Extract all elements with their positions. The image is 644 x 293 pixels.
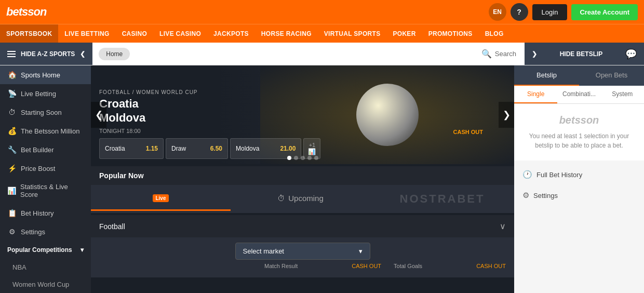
- search-area[interactable]: 🔍 Search: [481, 49, 525, 59]
- full-bet-history-link[interactable]: 🕐 Full Bet History: [522, 167, 636, 182]
- cashout-label: CASH OUT: [453, 129, 483, 135]
- bet-type-single[interactable]: Single: [514, 86, 557, 103]
- hero-dots: [287, 156, 318, 160]
- az-sports-label: HIDE A-Z SPORTS: [21, 50, 75, 58]
- popular-tabs: Live ⏱ Upcoming NOSTRABET: [91, 185, 514, 213]
- football-body: Select market ▾ Match Result CASH OUT To…: [91, 237, 514, 277]
- live-betting-icon: 📡: [7, 89, 17, 98]
- hero-dot-1[interactable]: [287, 156, 291, 160]
- betslip-tab-open-bets[interactable]: Open Bets: [579, 65, 644, 86]
- nav-sportsbook[interactable]: SPORTSBOOK: [0, 24, 58, 43]
- toolbar: HIDE A-Z SPORTS ❮ Home 🔍 Search ❯ HIDE B…: [0, 43, 644, 65]
- login-button[interactable]: Login: [532, 4, 568, 20]
- live-betting-label: Live Betting: [21, 90, 56, 98]
- upcoming-icon: ⏱: [277, 194, 285, 203]
- hero-next-button[interactable]: ❯: [499, 102, 514, 128]
- hero-dot-3[interactable]: [301, 156, 305, 160]
- cashout-label-2: CASH OUT: [476, 263, 506, 269]
- stats-label: Statistics & Live Score: [20, 183, 84, 198]
- sports-nav: SPORTSBOOK LIVE BETTING CASINO LIVE CASI…: [0, 24, 644, 43]
- sidebar-item-bet-history[interactable]: 📋 Bet History: [0, 204, 91, 222]
- nav-casino[interactable]: CASINO: [116, 24, 153, 43]
- odd-team2-value: 21.00: [280, 145, 296, 152]
- nav-jackpots[interactable]: JACKPOTS: [207, 24, 255, 43]
- hero-cashout[interactable]: CASH OUT: [453, 128, 483, 136]
- sidebar-item-starting-soon[interactable]: ⏱ Starting Soon: [0, 103, 91, 122]
- search-label: Search: [495, 50, 516, 58]
- hero-dot-2[interactable]: [294, 156, 298, 160]
- betslip-empty-message: You need at least 1 selection in your be…: [522, 131, 636, 150]
- hero-carousel: ❮ ❯ FOOTBALL / WOMEN WORLD CUP Croatia M…: [91, 65, 514, 164]
- sidebar: 🏠 Sports Home 📡 Live Betting ⏱ Starting …: [0, 65, 91, 293]
- odd-button-draw[interactable]: Draw 6.50: [166, 138, 228, 159]
- settings-link-icon: ⚙: [522, 191, 529, 200]
- create-account-button[interactable]: Create Account: [571, 4, 638, 20]
- bet-type-combination[interactable]: Combinati...: [557, 86, 600, 103]
- search-icon: 🔍: [481, 49, 492, 59]
- bet-builder-label: Bet Builder: [21, 146, 54, 154]
- nav-blog[interactable]: BLOG: [479, 24, 510, 43]
- hero-prev-button[interactable]: ❮: [91, 102, 106, 128]
- select-market-dropdown[interactable]: Select market ▾: [235, 243, 370, 260]
- bet-type-system[interactable]: System: [601, 86, 644, 103]
- odd-draw-value: 6.50: [210, 145, 222, 152]
- popular-competitions-label: Popular Competitions: [7, 246, 72, 254]
- settings-link[interactable]: ⚙ Settings: [522, 188, 636, 203]
- betslip-links: 🕐 Full Bet History ⚙ Settings: [514, 161, 644, 293]
- betslip-empty-state: betsson You need at least 1 selection in…: [514, 104, 644, 161]
- nav-live-casino[interactable]: LIVE CASINO: [153, 24, 207, 43]
- sidebar-item-stats[interactable]: 📊 Statistics & Live Score: [0, 178, 91, 204]
- nav-live-betting[interactable]: LIVE BETTING: [58, 24, 115, 43]
- upcoming-label: Upcoming: [288, 194, 324, 203]
- nostrabet-watermark: NOSTRABET: [370, 185, 514, 213]
- nav-horse-racing[interactable]: HORSE RACING: [255, 24, 318, 43]
- hero-dot-5[interactable]: [314, 156, 318, 160]
- popular-competitions-header[interactable]: Popular Competitions ▾: [0, 241, 91, 259]
- tab-upcoming[interactable]: ⏱ Upcoming: [231, 187, 370, 211]
- starting-soon-icon: ⏱: [7, 108, 17, 116]
- language-button[interactable]: EN: [489, 3, 506, 21]
- nostrabet-text: NOSTRABET: [400, 192, 485, 206]
- price-boost-label: Price Boost: [21, 165, 55, 172]
- odd-button-team1[interactable]: Croatia 1.15: [99, 138, 164, 159]
- home-breadcrumb[interactable]: Home: [99, 48, 130, 60]
- betslip-panel: Betslip Open Bets Single Combinati... Sy…: [514, 65, 644, 293]
- settings-link-label: Settings: [533, 192, 558, 199]
- bet-history-label: Bet History: [21, 209, 54, 217]
- live-badge: Live: [153, 194, 168, 202]
- sidebar-item-live-betting[interactable]: 📡 Live Betting: [0, 84, 91, 103]
- nav-promotions[interactable]: PROMOTIONS: [422, 24, 479, 43]
- sidebar-item-women-world-cup[interactable]: Women World Cup: [0, 276, 91, 293]
- popular-competitions-chevron: ▾: [81, 246, 84, 254]
- sidebar-item-sports-home[interactable]: 🏠 Sports Home: [0, 65, 91, 84]
- hero-dot-4[interactable]: [307, 156, 312, 160]
- football-section: Football ∨ Select market ▾ Match Result …: [91, 215, 514, 277]
- sidebar-item-bet-builder[interactable]: 🔧 Bet Builder: [0, 140, 91, 159]
- starting-soon-label: Starting Soon: [21, 109, 62, 116]
- football-section-header[interactable]: Football ∨: [91, 215, 514, 237]
- hero-competition-tag: FOOTBALL / WOMEN WORLD CUP: [99, 89, 506, 95]
- odd-team1-label: Croatia: [105, 145, 125, 152]
- top-nav: betsson EN ? Login Create Account: [0, 0, 644, 24]
- sidebar-item-betsson-million[interactable]: 💰 The Betsson Million: [0, 122, 91, 140]
- nav-virtual-sports[interactable]: VIRTUAL SPORTS: [318, 24, 387, 43]
- tab-live[interactable]: Live: [91, 187, 231, 211]
- menu-icon: [7, 51, 16, 57]
- settings-label: Settings: [21, 228, 45, 236]
- hide-betslip-label: HIDE BETSLIP: [560, 50, 603, 58]
- az-sports-button[interactable]: HIDE A-Z SPORTS ❮: [0, 43, 92, 65]
- bet-history-icon: 📋: [7, 209, 17, 217]
- popular-now-header: Popular Now: [91, 166, 514, 185]
- full-bet-history-label: Full Bet History: [536, 171, 582, 179]
- sidebar-item-settings[interactable]: ⚙ Settings: [0, 222, 91, 241]
- full-bet-history-icon: 🕐: [522, 170, 532, 179]
- sidebar-item-nba[interactable]: NBA: [0, 259, 91, 276]
- help-button[interactable]: ?: [511, 3, 528, 21]
- select-market-chevron: ▾: [359, 247, 363, 255]
- brand-logo: betsson: [6, 5, 46, 19]
- nav-poker[interactable]: POKER: [386, 24, 422, 43]
- hide-betslip-button[interactable]: ❯ HIDE BETSLIP 💬: [525, 43, 644, 65]
- odd-team2-label: Moldova: [236, 145, 259, 152]
- sidebar-item-price-boost[interactable]: ⚡ Price Boost: [0, 159, 91, 178]
- betslip-tab-betslip[interactable]: Betslip: [514, 65, 579, 86]
